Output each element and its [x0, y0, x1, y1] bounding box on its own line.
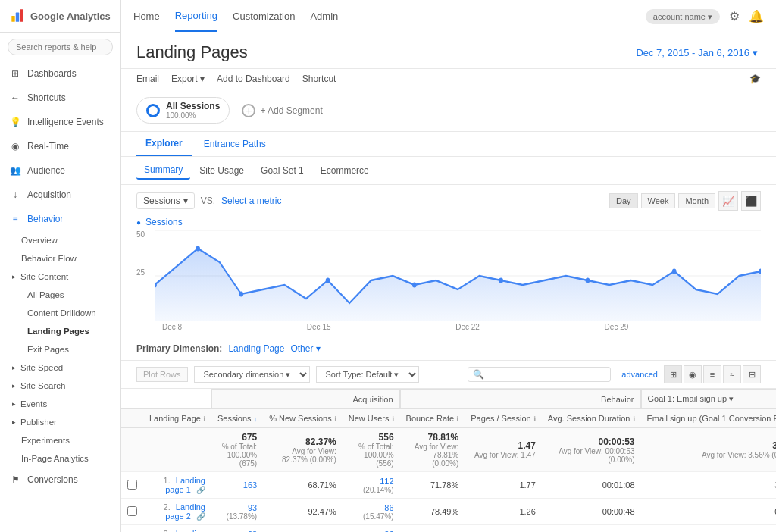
row-checkbox-0[interactable] — [127, 480, 137, 490]
sidebar-item-behavior[interactable]: ≡ Behavior — [0, 207, 120, 231]
new-users-header[interactable]: New Users ℹ — [343, 409, 400, 428]
chart-bar-view-btn[interactable]: ⬛ — [741, 191, 761, 211]
row-page-cell-1: 2. Landing page 2 🔗 — [143, 499, 211, 525]
topnav-reporting[interactable]: Reporting — [175, 1, 217, 32]
totals-conv-rate: 3.56% Avg for View: 3.56% (0.00%) — [641, 428, 776, 472]
period-week-btn[interactable]: Week — [641, 193, 676, 208]
sidebar-sub-content-drilldown[interactable]: Content Drilldown — [0, 304, 120, 322]
sidebar-sub-landing-pages[interactable]: Landing Pages — [0, 322, 120, 340]
sidebar-sub-exit-pages[interactable]: Exit Pages — [0, 340, 120, 358]
topnav-admin[interactable]: Admin — [310, 2, 338, 31]
table-search-input[interactable] — [484, 370, 605, 379]
landing-page-link[interactable]: Landing page 3 — [165, 529, 205, 532]
sidebar-item-label: Behavior — [27, 214, 63, 224]
sessions-header[interactable]: Sessions ↓ — [211, 409, 263, 428]
avg-duration-header[interactable]: Avg. Session Duration ℹ — [542, 409, 641, 428]
tab-entrance-paths[interactable]: Entrance Paths — [195, 133, 275, 155]
svg-rect-0 — [11, 16, 14, 22]
sidebar-sub-events[interactable]: ▸ Events — [0, 395, 120, 413]
date-range-picker[interactable]: Dec 7, 2015 - Jan 6, 2016 ▾ — [636, 47, 761, 58]
email-conv-rate-header[interactable]: Email sign up (Goal 1 Conversion Rate) ℹ — [641, 409, 776, 428]
sidebar-item-dashboards[interactable]: ⊞ Dashboards — [0, 61, 120, 86]
add-segment-button[interactable]: + + Add Segment — [242, 104, 322, 117]
subtab-goal-set-1[interactable]: Goal Set 1 — [253, 162, 311, 179]
shortcut-button[interactable]: Shortcut — [302, 74, 336, 84]
sort-type-select[interactable]: Sort Type: Default ▾ — [316, 366, 419, 383]
vs-label: VS. — [201, 196, 215, 206]
bounce-rate-header[interactable]: Bounce Rate ℹ — [400, 409, 465, 428]
sidebar-sub-inpage[interactable]: In-Page Analytics — [0, 449, 120, 468]
tab-explorer[interactable]: Explorer — [136, 132, 192, 156]
account-name: account name ▾ — [653, 12, 712, 21]
topnav-home[interactable]: Home — [133, 2, 160, 31]
period-day-btn[interactable]: Day — [609, 193, 638, 208]
row-sessions: 163 — [211, 472, 263, 499]
pages-session-header[interactable]: Pages / Session ℹ — [465, 409, 542, 428]
segment-pill[interactable]: All Sessions 100.00% — [136, 97, 230, 124]
totals-row: 675 % of Total: 100.00% (675) 82.37% Avg… — [121, 428, 776, 472]
primary-dim-value[interactable]: Landing Page — [228, 343, 284, 354]
pct-new-sessions-header[interactable]: % New Sessions ℹ — [263, 409, 343, 428]
add-dashboard-button[interactable]: Add to Dashboard — [217, 74, 290, 84]
account-selector[interactable]: account name ▾ — [646, 9, 720, 24]
sidebar-sub-all-pages[interactable]: All Pages — [0, 286, 120, 304]
row-checkbox-1[interactable] — [127, 506, 137, 516]
email-button[interactable]: Email — [136, 74, 159, 84]
row-new-users: 86 (15.47%) — [343, 499, 400, 525]
search-area[interactable] — [0, 33, 120, 61]
table-row: 1. Landing page 1 🔗 163 68.71% 112 (20.1… — [121, 472, 776, 499]
goal-dropdown[interactable]: Goal 1: Email sign up ▾ — [648, 394, 734, 404]
period-month-btn[interactable]: Month — [678, 193, 715, 208]
row-conv-rate: 0.00% — [641, 525, 776, 533]
explorer-tabs: Explorer Entrance Paths — [121, 132, 776, 157]
plot-rows-button[interactable]: Plot Rows — [136, 367, 188, 382]
table-performance-view-btn[interactable]: ≡ — [703, 365, 721, 383]
table-pie-view-btn[interactable]: ◉ — [684, 365, 702, 383]
sidebar-item-audience[interactable]: 👥 Audience — [0, 158, 120, 183]
sidebar: Google Analytics ⊞ Dashboards ← Shortcut… — [0, 0, 121, 532]
table-data-view-btn[interactable]: ⊞ — [664, 365, 682, 383]
advanced-filter-link[interactable]: advanced — [621, 370, 658, 379]
sidebar-item-label: Intelligence Events — [27, 117, 104, 127]
subtab-site-usage[interactable]: Site Usage — [192, 162, 252, 179]
chart-metric-controls: Sessions ▾ VS. Select a metric — [136, 192, 281, 209]
sidebar-sub-experiments[interactable]: Experiments — [0, 431, 120, 449]
sidebar-item-acquisition[interactable]: ↓ Acquisition — [0, 183, 120, 207]
chart-controls: Sessions ▾ VS. Select a metric Day Week … — [121, 185, 776, 217]
sidebar-item-label: Dashboards — [27, 68, 77, 79]
sidebar-sub-site-search[interactable]: ▸ Site Search — [0, 377, 120, 395]
select-metric-link[interactable]: Select a metric — [221, 196, 281, 206]
table-pivot-view-btn[interactable]: ⊟ — [743, 365, 761, 383]
subtab-ecommerce[interactable]: Ecommerce — [313, 162, 377, 179]
subtab-summary[interactable]: Summary — [136, 161, 190, 180]
export-button[interactable]: Export ▾ — [171, 74, 205, 84]
sidebar-sub-overview[interactable]: Overview — [0, 231, 120, 249]
primary-dimension-bar: Primary Dimension: Landing Page Other ▾ — [121, 337, 776, 361]
sidebar-item-realtime[interactable]: ◉ Real-Time — [0, 134, 120, 158]
totals-label-check — [121, 428, 143, 472]
sidebar-item-shortcuts[interactable]: ← Shortcuts — [0, 86, 120, 110]
ga-logo-icon — [9, 8, 26, 24]
topnav-customization[interactable]: Customization — [233, 2, 295, 31]
page-title: Landing Pages — [136, 42, 248, 62]
other-dim-link[interactable]: Other ▾ — [290, 343, 320, 354]
sidebar-sub-site-speed[interactable]: ▸ Site Speed — [0, 358, 120, 377]
audience-icon: 👥 — [9, 164, 21, 177]
notifications-icon[interactable]: 🔔 — [749, 9, 764, 23]
metric-selector[interactable]: Sessions ▾ — [136, 192, 195, 209]
sidebar-sub-behavior-flow[interactable]: Behavior Flow — [0, 249, 120, 268]
sidebar-sub-site-content[interactable]: ▸ Site Content — [0, 268, 120, 286]
sidebar-item-conversions[interactable]: ⚑ Conversions — [0, 468, 120, 492]
search-input[interactable] — [8, 39, 113, 55]
row-pages: 1.26 — [465, 499, 542, 525]
row-bounce: 71.43% — [400, 525, 465, 533]
settings-icon[interactable]: ⚙ — [729, 9, 740, 23]
chart-line-view-btn[interactable]: 📈 — [718, 191, 738, 211]
table-comparison-view-btn[interactable]: ≈ — [723, 365, 741, 383]
sidebar-item-intelligence[interactable]: 💡 Intelligence Events — [0, 110, 120, 134]
sidebar-sub-publisher[interactable]: ▸ Publisher — [0, 413, 120, 431]
action-bar: Email Export ▾ Add to Dashboard Shortcut… — [121, 69, 776, 89]
row-bounce: 71.78% — [400, 472, 465, 499]
secondary-dimension-select[interactable]: Secondary dimension ▾ — [194, 366, 310, 383]
table-search[interactable]: 🔍 — [468, 367, 611, 382]
